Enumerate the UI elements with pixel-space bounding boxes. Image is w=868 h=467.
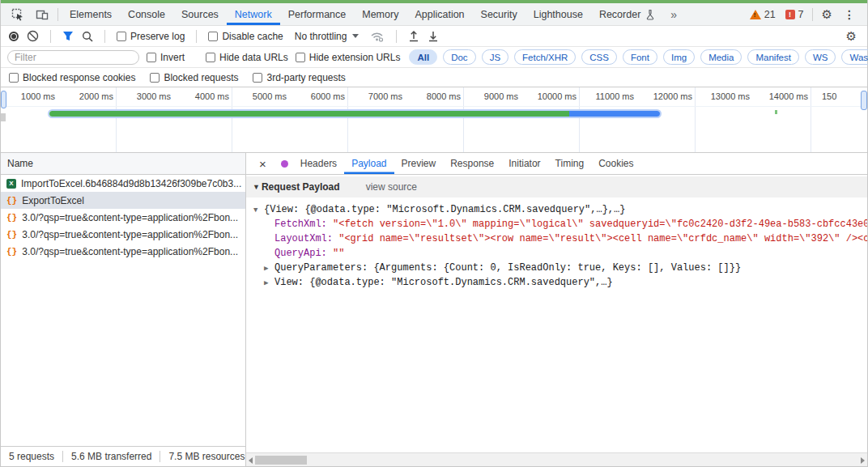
network-overview-timeline[interactable]: 1000 ms 2000 ms 3000 ms 4000 ms 5000 ms … bbox=[1, 87, 867, 153]
detail-tab-preview[interactable]: Preview bbox=[394, 153, 444, 174]
overview-right-handle[interactable] bbox=[861, 91, 867, 110]
view-source-link[interactable]: view source bbox=[366, 181, 417, 193]
payload-queryapi-node[interactable]: QueryApi: "" bbox=[246, 246, 867, 261]
tab-performance[interactable]: Performance bbox=[280, 3, 355, 25]
blocked-requests-checkbox[interactable]: Blocked requests bbox=[150, 72, 238, 83]
timeline-tick: 150 bbox=[822, 91, 854, 101]
tab-elements[interactable]: Elements bbox=[62, 3, 120, 25]
chip-fetch-xhr[interactable]: Fetch/XHR bbox=[514, 49, 576, 65]
tab-memory[interactable]: Memory bbox=[354, 3, 406, 25]
warnings-counter[interactable]: ! 21 bbox=[745, 9, 781, 20]
tab-sources[interactable]: Sources bbox=[173, 3, 227, 25]
collapsed-triangle-icon[interactable]: ▶ bbox=[264, 276, 274, 290]
record-network-log-icon[interactable] bbox=[9, 32, 19, 41]
chip-js[interactable]: JS bbox=[482, 49, 508, 65]
request-row[interactable]: {} 3.0/?qsp=true&content-type=applicatio… bbox=[1, 209, 245, 226]
export-har-icon[interactable] bbox=[428, 30, 439, 42]
chip-media[interactable]: Media bbox=[700, 49, 742, 65]
chip-all[interactable]: All bbox=[409, 49, 437, 65]
tab-recorder[interactable]: Recorder bbox=[591, 3, 664, 25]
payload-preview: QueryParameters: {Arguments: {Count: 0, … bbox=[274, 262, 741, 274]
overview-left-handle[interactable] bbox=[1, 91, 6, 108]
detail-tab-cookies[interactable]: Cookies bbox=[591, 153, 640, 174]
disable-cache-checkbox[interactable]: Disable cache bbox=[208, 31, 283, 42]
tab-security[interactable]: Security bbox=[473, 3, 525, 25]
detail-tab-headers[interactable]: Headers bbox=[293, 153, 344, 174]
chip-doc[interactable]: Doc bbox=[443, 49, 475, 65]
tab-application[interactable]: Application bbox=[406, 3, 472, 25]
payload-panel: ▼ Request Payload view source ▼{View: {@… bbox=[245, 175, 867, 466]
payload-layoutxml-node[interactable]: LayoutXml: "<grid name=\"resultset\"><ro… bbox=[246, 231, 867, 246]
tab-network[interactable]: Network bbox=[227, 3, 280, 25]
chip-img[interactable]: Img bbox=[663, 49, 695, 65]
issues-counter[interactable]: ! 7 bbox=[781, 9, 809, 20]
request-row-import-to-excel[interactable]: X ImportToExcel.6b46884d9d8b13426f309be7… bbox=[1, 175, 245, 192]
payload-fetchxml-node[interactable]: FetchXml: "<fetch version=\"1.0\" mappin… bbox=[246, 217, 867, 231]
timeline-tick: 2000 ms bbox=[62, 91, 113, 101]
more-tabs-icon[interactable]: » bbox=[664, 3, 683, 25]
inspect-element-icon[interactable] bbox=[6, 3, 30, 25]
overview-left-scroll-stub bbox=[1, 113, 6, 121]
checkbox[interactable] bbox=[117, 32, 126, 41]
chip-css[interactable]: CSS bbox=[581, 49, 617, 65]
device-toolbar-icon[interactable] bbox=[30, 3, 54, 25]
filter-input[interactable] bbox=[7, 50, 139, 65]
timeline-tick: 10000 ms bbox=[525, 91, 577, 101]
network-toolbar: Preserve log Disable cache No throttling… bbox=[1, 26, 867, 47]
settings-gear-icon[interactable]: ⚙ bbox=[816, 7, 838, 22]
tab-lighthouse[interactable]: Lighthouse bbox=[525, 3, 591, 25]
close-details-icon[interactable]: × bbox=[253, 157, 273, 171]
timeline-tick: 7000 ms bbox=[351, 91, 402, 101]
detail-tab-payload[interactable]: Payload bbox=[344, 153, 394, 174]
checkbox[interactable] bbox=[9, 73, 19, 83]
timeline-tick: 13000 ms bbox=[698, 91, 750, 101]
request-row-export-to-excel[interactable]: {} ExportToExcel bbox=[1, 192, 245, 209]
payload-root-node[interactable]: ▼{View: {@odata.type: "Microsoft.Dynamic… bbox=[246, 202, 867, 217]
throttling-select[interactable]: No throttling bbox=[291, 31, 363, 42]
checkbox[interactable] bbox=[150, 73, 160, 83]
hide-extension-urls-checkbox[interactable]: Hide extension URLs bbox=[296, 52, 401, 63]
network-settings-gear-icon[interactable]: ⚙ bbox=[840, 29, 862, 44]
clear-network-log-icon[interactable] bbox=[27, 30, 39, 42]
timeline-tick: 4000 ms bbox=[177, 91, 229, 101]
network-conditions-icon[interactable] bbox=[370, 31, 385, 42]
filter-funnel-icon[interactable] bbox=[62, 31, 74, 41]
detail-tab-response[interactable]: Response bbox=[443, 153, 501, 174]
scrollbar-thumb[interactable] bbox=[255, 456, 307, 465]
chip-ws[interactable]: WS bbox=[805, 49, 836, 65]
checkbox[interactable] bbox=[208, 32, 218, 41]
checkbox[interactable] bbox=[253, 73, 262, 83]
third-party-requests-checkbox[interactable]: 3rd-party requests bbox=[253, 72, 345, 83]
search-icon[interactable] bbox=[82, 31, 93, 42]
chip-manifest[interactable]: Manifest bbox=[747, 49, 798, 65]
request-payload-section-header[interactable]: ▼ Request Payload view source bbox=[246, 176, 867, 197]
hide-data-urls-checkbox[interactable]: Hide data URLs bbox=[206, 52, 288, 63]
chip-wasm[interactable]: Wasm bbox=[841, 49, 868, 65]
blocked-response-cookies-checkbox[interactable]: Blocked response cookies bbox=[9, 72, 135, 83]
payload-tree: ▼{View: {@odata.type: "Microsoft.Dynamic… bbox=[246, 202, 867, 290]
invert-checkbox[interactable]: Invert bbox=[147, 52, 185, 63]
detail-tab-timing[interactable]: Timing bbox=[548, 153, 592, 174]
tab-console[interactable]: Console bbox=[120, 3, 173, 25]
excel-file-icon: X bbox=[6, 179, 16, 189]
collapsed-triangle-icon[interactable]: ▶ bbox=[264, 261, 274, 275]
chip-font[interactable]: Font bbox=[623, 49, 657, 65]
name-column-header[interactable]: Name bbox=[1, 153, 245, 175]
checkbox[interactable] bbox=[147, 53, 156, 62]
overview-activity-bar[interactable] bbox=[48, 109, 662, 118]
preserve-log-checkbox[interactable]: Preserve log bbox=[117, 31, 185, 42]
checkbox[interactable] bbox=[206, 53, 215, 62]
request-row[interactable]: {} 3.0/?qsp=true&content-type=applicatio… bbox=[1, 243, 245, 260]
horizontal-scrollbar[interactable] bbox=[246, 452, 867, 466]
scroll-left-arrow-icon[interactable] bbox=[249, 457, 253, 464]
payload-queryparameters-node[interactable]: ▶QueryParameters: {Arguments: {Count: 0,… bbox=[246, 261, 867, 275]
payload-view-node[interactable]: ▶View: {@odata.type: "Microsoft.Dynamics… bbox=[246, 275, 867, 290]
expanded-triangle-icon[interactable]: ▼ bbox=[253, 203, 264, 217]
checkbox[interactable] bbox=[296, 53, 305, 62]
import-har-icon[interactable] bbox=[408, 30, 419, 42]
request-row[interactable]: {} 3.0/?qsp=true&content-type=applicatio… bbox=[1, 226, 245, 243]
menu-kebab-icon[interactable]: ⋮ bbox=[838, 8, 861, 21]
detail-tab-initiator[interactable]: Initiator bbox=[501, 153, 547, 174]
timeline-label-divider bbox=[1, 106, 867, 107]
scroll-right-arrow-icon[interactable] bbox=[861, 457, 865, 464]
